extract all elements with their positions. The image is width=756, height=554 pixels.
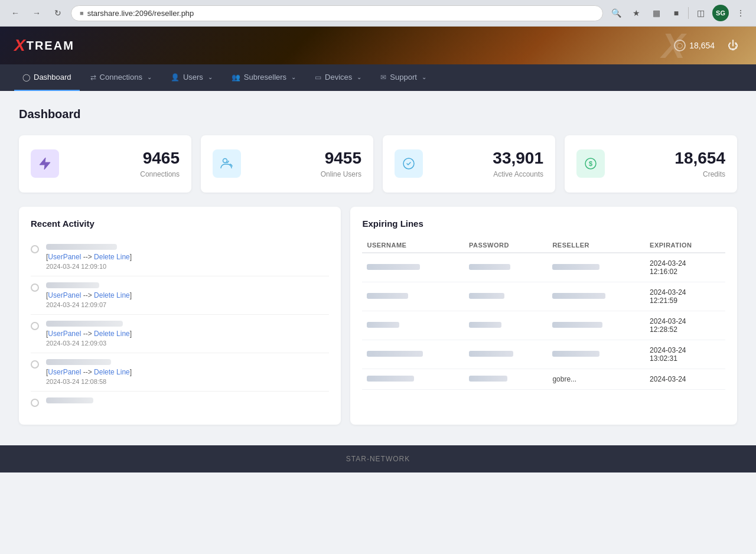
cell-reseller: [548, 253, 645, 282]
activity-links: [UserPanel --> Delete Line]: [46, 330, 329, 338]
main-content: Dashboard 9465 Connections 9455 Online U…: [0, 91, 756, 445]
expiration-date: 2024-03-2412:21:59: [650, 288, 686, 305]
expiration-date: 2024-03-2413:02:31: [650, 346, 686, 363]
recent-activity-panel: Recent Activity [UserPanel --> Delete Li…: [19, 207, 341, 425]
extensions-button[interactable]: ■: [668, 5, 685, 21]
connections-stat-info: 9465 Connections: [69, 149, 180, 178]
connections-stat-icon: [31, 149, 59, 178]
credits-stat-value: 18,654: [614, 149, 725, 168]
cell-reseller: [548, 282, 645, 311]
col-username: USERNAME: [362, 238, 464, 253]
activity-content: [46, 397, 329, 406]
expiring-lines-title: Expiring Lines: [362, 219, 725, 229]
subresellers-arrow: ⌄: [291, 74, 296, 80]
nav-item-connections[interactable]: ⇄ Connections ⌄: [82, 64, 160, 91]
page-title: Dashboard: [19, 107, 737, 121]
credits-icon: ◯: [674, 40, 686, 51]
address-bar[interactable]: ■ starshare.live:2096/reseller.php: [71, 5, 603, 21]
users-icon: 👤: [171, 73, 180, 82]
activity-username-blur: [46, 321, 123, 327]
active-accounts-value: 33,901: [432, 149, 543, 168]
nav-item-users[interactable]: 👤 Users ⌄: [162, 64, 221, 91]
credits-stat-icon: $: [576, 149, 605, 178]
nav-item-dashboard[interactable]: ◯ Dashboard: [14, 64, 80, 91]
activity-username-blur: [46, 359, 111, 365]
activity-content: [UserPanel --> Delete Line] 2024-03-24 1…: [46, 244, 329, 270]
credits-stat-label: Credits: [614, 170, 725, 178]
password-blur: [469, 264, 510, 270]
zoom-button[interactable]: 🔍: [608, 5, 624, 21]
cell-password: [464, 282, 548, 311]
browser-actions: 🔍 ★ ▦ ■ ◫ SG ⋮: [608, 5, 749, 21]
activity-radio: [31, 322, 39, 330]
sidebar-button[interactable]: ◫: [692, 5, 709, 21]
url-text: starshare.live:2096/reseller.php: [87, 9, 194, 18]
nav-label-users: Users: [183, 73, 203, 82]
profile-avatar[interactable]: SG: [712, 5, 729, 21]
user-panel-link[interactable]: UserPanel: [48, 253, 81, 261]
username-blur: [367, 376, 414, 382]
nav-label-connections: Connections: [100, 73, 142, 82]
activity-list: [UserPanel --> Delete Line] 2024-03-24 1…: [31, 238, 329, 413]
activity-content: [UserPanel --> Delete Line] 2024-03-24 1…: [46, 282, 329, 308]
devices-arrow: ⌄: [357, 74, 361, 80]
menu-button[interactable]: ⋮: [732, 5, 749, 21]
username-blur: [367, 322, 399, 328]
back-button[interactable]: ←: [7, 5, 24, 21]
reseller-blur: [552, 351, 599, 357]
activity-time: 2024-03-24 12:09:03: [46, 340, 329, 347]
support-icon: ✉: [380, 73, 386, 82]
nav-item-subresellers[interactable]: 👥 Subresellers ⌄: [223, 64, 304, 91]
dashboard-icon: ◯: [22, 73, 30, 82]
username-blur: [367, 293, 408, 299]
cell-username: [362, 282, 464, 311]
forward-button[interactable]: →: [28, 5, 45, 21]
cell-expiration: 2024-03-24: [645, 369, 725, 389]
activity-time: 2024-03-24 12:09:10: [46, 263, 329, 270]
user-panel-link[interactable]: UserPanel: [48, 330, 81, 338]
online-users-label: Online Users: [250, 170, 361, 178]
subresellers-icon: 👥: [232, 73, 240, 82]
cell-reseller: [548, 311, 645, 340]
two-col-layout: Recent Activity [UserPanel --> Delete Li…: [19, 207, 737, 425]
delete-line-link[interactable]: Delete Line: [94, 291, 130, 299]
connections-arrow: ⌄: [147, 74, 152, 80]
power-button[interactable]: ⏻: [724, 37, 742, 54]
logo: X TREAM: [14, 36, 74, 55]
cell-username: [362, 369, 464, 389]
bookmark-button[interactable]: ★: [628, 5, 644, 21]
cell-password: [464, 311, 548, 340]
lock-icon: ■: [80, 9, 84, 17]
col-password: PASSWORD: [464, 238, 548, 253]
table-row: 2024-03-2412:28:52: [362, 311, 725, 340]
nav-label-dashboard: Dashboard: [34, 73, 71, 82]
stat-card-active-accounts: 33,901 Active Accounts: [383, 135, 555, 193]
qr-button[interactable]: ▦: [648, 5, 664, 21]
delete-line-link[interactable]: Delete Line: [94, 253, 130, 261]
activity-links: [UserPanel --> Delete Line]: [46, 253, 329, 261]
activity-time: 2024-03-24 12:09:07: [46, 301, 329, 308]
connections-icon: ⇄: [90, 73, 96, 82]
password-blur: [469, 293, 504, 299]
nav-item-devices[interactable]: ▭ Devices ⌄: [307, 64, 370, 91]
online-users-value: 9455: [250, 149, 361, 168]
table-row: gobre... 2024-03-24: [362, 369, 725, 389]
nav-item-support[interactable]: ✉ Support ⌄: [372, 64, 435, 91]
activity-radio: [31, 245, 39, 253]
credits-value: 18,654: [689, 41, 715, 50]
svg-point-0: [223, 159, 227, 163]
reseller-blur: [552, 264, 599, 270]
user-panel-link[interactable]: UserPanel: [48, 368, 81, 376]
user-panel-link[interactable]: UserPanel: [48, 291, 81, 299]
cell-reseller: gobre...: [548, 369, 645, 389]
activity-item: [UserPanel --> Delete Line] 2024-03-24 1…: [31, 238, 329, 276]
logo-tream: TREAM: [27, 39, 74, 53]
table-row: 2024-03-2412:16:02: [362, 253, 725, 282]
stat-card-online-users: 9455 Online Users: [201, 135, 373, 193]
activity-username-blur: [46, 244, 117, 250]
credits-stat-info: 18,654 Credits: [614, 149, 725, 178]
delete-line-link[interactable]: Delete Line: [94, 330, 130, 338]
delete-line-link[interactable]: Delete Line: [94, 368, 130, 376]
reload-button[interactable]: ↻: [50, 5, 66, 21]
activity-username-blur: [46, 282, 99, 288]
